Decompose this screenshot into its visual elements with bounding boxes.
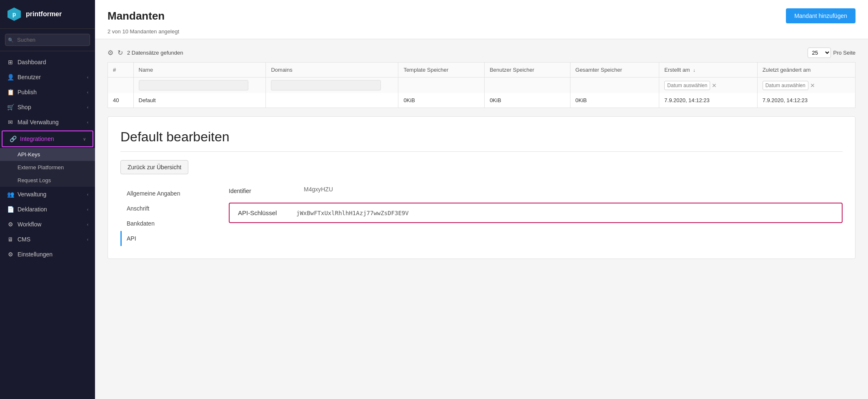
detail-sidebar-api[interactable]: API (120, 231, 212, 246)
verwaltung-icon: 👥 (7, 191, 14, 198)
col-erstellt-am[interactable]: Erstellt am ↓ (659, 63, 757, 78)
sidebar-item-cms[interactable]: 🖥 CMS ‹ (0, 232, 95, 247)
per-page-select[interactable]: 25 50 100 (808, 48, 831, 58)
sidebar-item-label: Einstellungen (18, 251, 53, 258)
sidebar-item-benutzer[interactable]: 👤 Benutzer ‹ (0, 70, 95, 85)
col-name[interactable]: Name (133, 63, 266, 78)
cell-template-speicher: 0KiB (398, 93, 485, 108)
detail-sidebar-anschrift[interactable]: Anschrift (120, 201, 212, 216)
sidebar-item-dashboard[interactable]: ⊞ Dashboard (0, 55, 95, 70)
filter-name[interactable] (139, 80, 249, 90)
refresh-icon[interactable]: ↻ (118, 49, 123, 57)
chevron-icon: ‹ (87, 75, 88, 80)
identifier-value: M4gxyHZU (304, 186, 333, 193)
cell-gesamter-speicher: 0KiB (570, 93, 659, 108)
cell-id: 40 (108, 93, 134, 108)
api-key-box: API-Schlüssel jWxBwFTxUxlRhlhH1Azj77wwZs… (229, 203, 843, 223)
subtitle: 2 von 10 Mandanten angelegt (108, 28, 855, 39)
annotation-arrow (660, 39, 693, 41)
clear-erstellt-filter[interactable]: ✕ (712, 82, 717, 89)
detail-panel: Default bearbeiten Zurück zur Übersicht … (108, 116, 855, 259)
sidebar-item-deklaration[interactable]: 📄 Deklaration ‹ (0, 202, 95, 217)
chevron-down-icon: ∨ (83, 137, 86, 141)
filter-erstellt-am[interactable] (664, 81, 710, 90)
sidebar-item-label: Integrationen (20, 136, 54, 142)
chevron-icon: ‹ (87, 222, 88, 227)
field-row-identifier: Identifier M4gxyHZU (229, 186, 843, 194)
sidebar-item-label: Dashboard (18, 59, 46, 65)
per-page-label: Pro Seite (833, 50, 855, 56)
workflow-icon: ⚙ (7, 221, 14, 228)
einstellungen-icon: ⚙ (7, 251, 14, 258)
integrationen-icon: 🔗 (9, 135, 17, 143)
sidebar-item-integrationen[interactable]: 🔗 Integrationen ∨ (2, 130, 93, 147)
cell-zuletzt-geandert: 7.9.2020, 14:12:23 (757, 93, 855, 108)
svg-text:p: p (13, 11, 16, 18)
logo-area: p printformer (0, 0, 95, 29)
subitem-label: Request Logs (18, 177, 51, 183)
sidebar-subitem-request-logs[interactable]: Request Logs (0, 174, 95, 187)
sidebar-item-label: Workflow (18, 221, 41, 228)
sidebar-item-label: Verwaltung (18, 191, 46, 198)
main-content: Mandanten Mandant hinzufügen 2 von 10 Ma… (95, 0, 868, 399)
col-zuletzt-geandert[interactable]: Zuletzt geändert am (757, 63, 855, 78)
col-template-speicher[interactable]: Template Speicher (398, 63, 485, 78)
logo-icon: p (7, 7, 22, 22)
chevron-icon: ‹ (87, 105, 88, 110)
table-row: 40 Default 0KiB 0KiB 0KiB 7.9.2020, 14:1… (108, 93, 855, 108)
detail-sidebar: Allgemeine Angaben Anschrift Bankdaten A… (120, 186, 212, 246)
col-gesamter-speicher[interactable]: Gesamter Speicher (570, 63, 659, 78)
mandanten-table: # Name Domains Template Speicher Benutze… (108, 62, 855, 108)
back-button[interactable]: Zurück zur Übersicht (120, 160, 188, 174)
col-hash[interactable]: # (108, 63, 134, 78)
cms-icon: 🖥 (7, 236, 14, 243)
detail-main: Identifier M4gxyHZU API-Schlüssel jWxBwF… (212, 186, 843, 246)
sidebar-nav: ⊞ Dashboard 👤 Benutzer ‹ 📋 Publish ‹ 🛒 S… (0, 51, 95, 399)
sidebar-item-verwaltung[interactable]: 👥 Verwaltung ‹ (0, 187, 95, 202)
cell-erstellt-am: 7.9.2020, 14:12:23 (659, 93, 757, 108)
sidebar-item-publish[interactable]: 📋 Publish ‹ (0, 85, 95, 100)
sidebar-item-einstellungen[interactable]: ⚙ Einstellungen (0, 247, 95, 262)
chevron-icon: ‹ (87, 237, 88, 242)
detail-title: Default bearbeiten (120, 129, 843, 152)
logo-text: printformer (26, 10, 62, 18)
page-content: ⚙ ↻ 2 Datensätze gefunden 25 50 100 Pro … (95, 39, 868, 399)
chevron-icon: ‹ (87, 90, 88, 95)
records-found: 2 Datensätze gefunden (127, 50, 183, 56)
sidebar-item-label: CMS (18, 236, 30, 243)
filter-domains[interactable] (271, 80, 381, 90)
table-toolbar: ⚙ ↻ 2 Datensätze gefunden 25 50 100 Pro … (108, 48, 855, 58)
publish-icon: 📋 (7, 88, 14, 96)
deklaration-icon: 📄 (7, 206, 14, 213)
sidebar-item-shop[interactable]: 🛒 Shop ‹ (0, 100, 95, 115)
add-mandant-button[interactable]: Mandant hinzufügen (786, 8, 855, 23)
cell-domains (266, 93, 398, 108)
filter-zuletzt-geandert[interactable] (763, 81, 808, 90)
col-benutzer-speicher[interactable]: Benutzer Speicher (485, 63, 570, 78)
clear-zuletzt-filter[interactable]: ✕ (810, 82, 815, 89)
chevron-icon: ‹ (87, 192, 88, 197)
dashboard-icon: ⊞ (7, 58, 14, 66)
sidebar: p printformer ⊞ Dashboard 👤 Benutzer ‹ � (0, 0, 95, 399)
sidebar-item-workflow[interactable]: ⚙ Workflow ‹ (0, 217, 95, 232)
sidebar-item-label: Benutzer (18, 74, 41, 80)
sidebar-item-label: Publish (18, 89, 37, 95)
api-key-label: API-Schlüssel (238, 209, 288, 216)
sidebar-item-mail-verwaltung[interactable]: ✉ Mail Verwaltung ‹ (0, 115, 95, 130)
col-domains[interactable]: Domains (266, 63, 398, 78)
search-input[interactable] (5, 34, 90, 46)
sidebar-subitem-api-keys[interactable]: API-Keys (0, 148, 95, 161)
settings-icon[interactable]: ⚙ (108, 49, 113, 57)
subitem-label: API-Keys (18, 151, 40, 158)
chevron-icon: ‹ (87, 207, 88, 212)
cell-name: Default (133, 93, 266, 108)
subitem-label: Externe Platformen (18, 164, 64, 171)
cell-benutzer-speicher: 0KiB (485, 93, 570, 108)
api-key-value: jWxBwFTxUxlRhlhH1Azj77wwZsDF3E9V (296, 210, 409, 216)
detail-sidebar-bankdaten[interactable]: Bankdaten (120, 216, 212, 231)
sort-icon: ↓ (693, 68, 695, 73)
sidebar-item-label: Mail Verwaltung (18, 119, 59, 125)
sidebar-subitem-externe-platformen[interactable]: Externe Platformen (0, 161, 95, 174)
detail-sidebar-allgemeine-angaben[interactable]: Allgemeine Angaben (120, 186, 212, 201)
benutzer-icon: 👤 (7, 73, 14, 81)
